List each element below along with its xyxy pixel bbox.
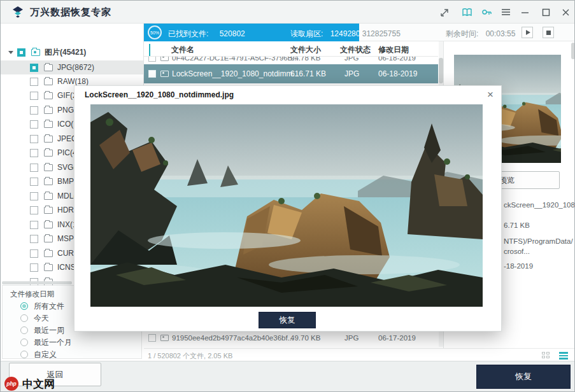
- row-checkbox[interactable]: [148, 334, 156, 342]
- grid-view-icon[interactable]: [542, 352, 550, 360]
- preview-modal: LockScreen__1920_1080_notdimmed.jpg × 恢复: [74, 85, 502, 332]
- folder-icon: [44, 92, 53, 99]
- checkbox-cur[interactable]: [30, 249, 38, 258]
- file-row-clipped[interactable]: 0F4C2A27-DC1E-4791-A5CF-3796B... 94.78 K…: [144, 57, 438, 64]
- list-scrollbar-thumb[interactable]: [439, 58, 443, 83]
- titlebar: 万兴数据恢复专家: [1, 1, 574, 24]
- column-filesize[interactable]: 文件大小: [290, 45, 321, 55]
- sector-total-value: 312825755: [362, 29, 401, 38]
- caret-down-icon[interactable]: [8, 51, 13, 54]
- folder-icon: [44, 221, 53, 228]
- radio[interactable]: [20, 351, 28, 358]
- checkbox-msp[interactable]: [30, 235, 38, 243]
- folder-icon: [44, 64, 53, 71]
- scan-percent-badge: 50%: [148, 25, 162, 39]
- file-size: 94.78 KB: [290, 57, 320, 62]
- remaining-time-value: 00:03:55: [486, 29, 516, 38]
- image-file-icon: [160, 57, 169, 61]
- column-modified-date[interactable]: 修改日期: [378, 45, 409, 55]
- filter-option-month[interactable]: 最近一个月: [20, 337, 72, 348]
- checkbox-jpeg[interactable]: [30, 135, 38, 143]
- share-icon[interactable]: [439, 6, 450, 18]
- list-view-icon[interactable]: [559, 352, 568, 360]
- resume-scan-button[interactable]: [522, 27, 533, 38]
- radio[interactable]: [20, 314, 28, 322]
- image-file-icon: [160, 335, 169, 341]
- column-filename[interactable]: 文件名: [171, 45, 194, 55]
- modal-recover-button[interactable]: 恢复: [259, 312, 316, 328]
- checkbox-png[interactable]: [30, 106, 38, 115]
- folder-icon: [44, 164, 53, 171]
- app-logo-icon: [11, 5, 25, 19]
- folder-icon: [44, 235, 53, 242]
- panel-scrollbar-thumb[interactable]: [571, 43, 575, 59]
- watermark: php 中文网: [4, 376, 55, 391]
- file-list-header: 文件名 文件大小 文件状态 修改日期: [144, 41, 438, 57]
- filter-option-all[interactable]: 所有文件: [20, 300, 64, 312]
- tree-root-images[interactable]: 图片(45421): [1, 45, 144, 59]
- row-checkbox[interactable]: [148, 57, 156, 62]
- info-filename: ckScreen__1920_1080: [504, 201, 575, 209]
- stop-scan-button[interactable]: [543, 27, 554, 38]
- maximize-icon[interactable]: [540, 6, 551, 18]
- filter-option-label: 今天: [34, 313, 49, 324]
- radio[interactable]: [20, 339, 28, 346]
- radio-selected[interactable]: [20, 302, 28, 310]
- key-icon[interactable]: [481, 6, 492, 18]
- selection-status-text: 1 / 520802 个文件, 2.05 KB: [148, 351, 232, 361]
- minimize-icon[interactable]: [519, 6, 530, 18]
- checkbox-bmp[interactable]: [30, 178, 38, 186]
- checkbox-pic[interactable]: [30, 149, 38, 157]
- folder-icon: [44, 193, 53, 200]
- remaining-time-label: 剩余时间:: [446, 29, 478, 38]
- checkbox-ico[interactable]: [30, 120, 38, 129]
- view-tabs: 路径视图 文件视图: [1, 24, 144, 41]
- recover-button[interactable]: 恢复: [476, 365, 571, 389]
- checkbox-images[interactable]: [17, 48, 25, 57]
- sector-label: 读取扇区:: [290, 29, 323, 38]
- filter-option-custom[interactable]: 自定义: [20, 349, 57, 360]
- column-filestatus[interactable]: 文件状态: [340, 45, 371, 55]
- checkbox-hdr[interactable]: [30, 206, 38, 214]
- checkbox-gif[interactable]: [30, 92, 38, 100]
- tree-item-jpg[interactable]: JPG(8672): [1, 60, 144, 74]
- checkbox-svg[interactable]: [30, 164, 38, 172]
- tree-root-label: 图片(45421): [45, 47, 86, 58]
- folder-icon: [44, 136, 53, 143]
- close-window-icon[interactable]: [560, 6, 571, 18]
- row-checkbox[interactable]: [148, 70, 156, 78]
- checkbox-inx[interactable]: [30, 221, 38, 229]
- image-file-icon: [160, 71, 169, 77]
- filter-option-label: 最近一周: [34, 325, 64, 336]
- app-window: 万兴数据恢复专家 路径视图 文件视图 50% 已找到文件: 5: [0, 0, 575, 392]
- book-icon[interactable]: [461, 6, 472, 18]
- modal-recover-label: 恢复: [280, 315, 295, 326]
- modal-close-icon[interactable]: ×: [487, 88, 493, 101]
- menu-icon[interactable]: [500, 6, 511, 18]
- play-icon: [526, 30, 530, 35]
- found-files-label: 已找到文件:: [168, 29, 208, 38]
- filter-option-week[interactable]: 最近一周: [20, 325, 64, 336]
- stop-icon: [546, 31, 551, 35]
- folder-icon: [44, 78, 53, 85]
- checkbox-mdl[interactable]: [30, 192, 38, 200]
- checkbox-raw[interactable]: [30, 78, 38, 86]
- file-row[interactable]: 91950ee4ed2b4977ac4a2b40e36bf... 49.70 K…: [144, 330, 438, 346]
- file-name: LockScreen__1920_1080_notdimm...: [172, 69, 299, 78]
- file-row-selected[interactable]: LockScreen__1920_1080_notdimm... 616.71 …: [144, 64, 438, 83]
- file-status: JPG: [344, 334, 358, 342]
- info-date: -18-2019: [504, 262, 533, 270]
- file-date: 06-18-2019: [378, 57, 416, 62]
- file-date: 06-17-2019: [378, 334, 416, 342]
- file-status: JPG: [344, 69, 359, 78]
- folder-icon: [44, 207, 53, 214]
- tree-horizontal-scrollbar[interactable]: [2, 281, 72, 284]
- radio[interactable]: [20, 326, 28, 334]
- php-logo-icon: php: [4, 377, 18, 391]
- checkbox-jpg[interactable]: [30, 64, 38, 72]
- file-name: 0F4C2A27-DC1E-4791-A5CF-3796B...: [172, 57, 299, 62]
- checkbox-icns[interactable]: [30, 263, 38, 272]
- select-all-checkbox[interactable]: [149, 44, 150, 56]
- filter-option-today[interactable]: 今天: [20, 312, 49, 324]
- found-files-text: 已找到文件: 520802: [168, 29, 245, 39]
